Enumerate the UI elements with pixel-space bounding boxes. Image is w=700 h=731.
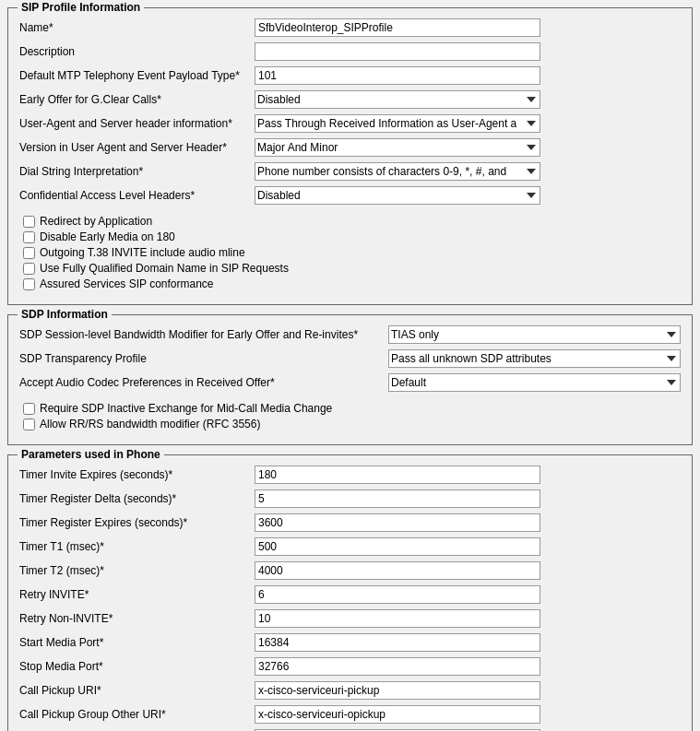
start-media-label: Start Media Port*	[19, 636, 255, 649]
sdp-section: SDP Information SDP Session-level Bandwi…	[7, 314, 693, 445]
rr-rs-label: Allow RR/RS bandwidth modifier (RFC 3556…	[40, 418, 260, 430]
sip-dial-string-row: Dial String Interpretation* Phone number…	[19, 161, 681, 182]
timer-register-expires-row: Timer Register Expires (seconds)*	[19, 513, 681, 533]
timer-invite-row: Timer Invite Expires (seconds)*	[19, 465, 681, 485]
call-pickup-uri-label: Call Pickup URI*	[19, 684, 255, 697]
retry-noninvite-field[interactable]	[255, 609, 540, 628]
sip-user-agent-row: User-Agent and Server header information…	[19, 113, 681, 134]
sip-confidential-label: Confidential Access Level Headers*	[19, 189, 255, 202]
sip-section-title: SIP Profile Information	[18, 1, 144, 14]
sdp-transparency-select[interactable]: Pass all unknown SDP attributes	[388, 349, 681, 368]
sip-description-label: Description	[19, 45, 255, 58]
timer-t1-row: Timer T1 (msec)*	[19, 536, 681, 557]
retry-invite-label: Retry INVITE*	[19, 588, 255, 601]
timer-invite-field[interactable]	[255, 466, 540, 484]
phone-section-title: Parameters used in Phone	[18, 448, 164, 461]
start-media-row: Start Media Port*	[19, 632, 681, 653]
start-media-field[interactable]	[255, 633, 540, 652]
sip-mtp-row: Default MTP Telephony Event Payload Type…	[19, 65, 681, 86]
rr-rs-row: Allow RR/RS bandwidth modifier (RFC 3556…	[19, 418, 681, 430]
rr-rs-checkbox[interactable]	[23, 419, 35, 430]
timer-t1-field[interactable]	[255, 537, 540, 556]
sip-version-label: Version in User Agent and Server Header*	[19, 141, 255, 154]
stop-media-field[interactable]	[255, 657, 540, 676]
early-offer-select[interactable]: Disabled Enabled	[255, 90, 540, 109]
timer-t1-label: Timer T1 (msec)*	[19, 540, 255, 553]
call-pickup-group-other-label: Call Pickup Group Other URI*	[19, 708, 255, 721]
timer-register-expires-field[interactable]	[255, 513, 540, 532]
sip-mtp-label: Default MTP Telephony Event Payload Type…	[19, 69, 255, 82]
early-media-row: Disable Early Media on 180	[19, 230, 681, 243]
retry-invite-row: Retry INVITE*	[19, 584, 681, 605]
sip-confidential-row: Confidential Access Level Headers* Disab…	[19, 185, 681, 206]
sip-name-row: Name*	[19, 18, 681, 38]
timer-register-delta-label: Timer Register Delta (seconds)*	[19, 492, 255, 505]
assured-row: Assured Services SIP conformance	[19, 277, 681, 290]
timer-register-delta-row: Timer Register Delta (seconds)*	[19, 489, 681, 509]
sip-early-offer-row: Early Offer for G.Clear Calls* Disabled …	[19, 89, 681, 110]
sip-version-row: Version in User Agent and Server Header*…	[19, 137, 681, 158]
t38-checkbox[interactable]	[23, 247, 35, 259]
sip-user-agent-label: User-Agent and Server header information…	[19, 117, 255, 130]
early-media-checkbox[interactable]	[23, 231, 35, 243]
fqdn-checkbox[interactable]	[23, 263, 35, 275]
sip-name-label: Name*	[19, 21, 255, 34]
retry-invite-field[interactable]	[255, 585, 540, 604]
timer-t2-field[interactable]	[255, 561, 540, 580]
sdp-audio-label: Accept Audio Codec Preferences in Receiv…	[19, 376, 388, 389]
page-container: SIP Profile Information Name* Descriptio…	[0, 0, 700, 731]
sip-description-row: Description	[19, 41, 681, 62]
sdp-bandwidth-select[interactable]: TIAS only None	[388, 325, 681, 344]
version-select[interactable]: Major And Minor Major Only None	[255, 138, 540, 157]
redirect-row: Redirect by Application	[19, 215, 681, 228]
redirect-checkbox[interactable]	[23, 216, 35, 228]
timer-register-expires-label: Timer Register Expires (seconds)*	[19, 516, 255, 529]
user-agent-select[interactable]: Pass Through Received Information as Use…	[255, 114, 540, 133]
retry-noninvite-label: Retry Non-INVITE*	[19, 612, 255, 625]
t38-row: Outgoing T.38 INVITE include audio mline	[19, 246, 681, 259]
sdp-bandwidth-label: SDP Session-level Bandwidth Modifier for…	[19, 328, 388, 341]
fqdn-row: Use Fully Qualified Domain Name in SIP R…	[19, 262, 681, 275]
sdp-transparency-label: SDP Transparency Profile	[19, 352, 388, 365]
sdp-inactive-label: Require SDP Inactive Exchange for Mid-Ca…	[40, 402, 332, 415]
timer-invite-label: Timer Invite Expires (seconds)*	[19, 468, 255, 481]
sip-section: SIP Profile Information Name* Descriptio…	[7, 7, 693, 305]
early-media-label: Disable Early Media on 180	[40, 230, 175, 243]
sdp-inactive-row: Require SDP Inactive Exchange for Mid-Ca…	[19, 402, 681, 415]
timer-register-delta-field[interactable]	[255, 489, 540, 508]
redirect-label: Redirect by Application	[40, 215, 152, 228]
description-field[interactable]	[255, 42, 540, 61]
t38-label: Outgoing T.38 INVITE include audio mline	[40, 246, 245, 259]
name-field[interactable]	[255, 18, 540, 37]
timer-t2-label: Timer T2 (msec)*	[19, 564, 255, 577]
call-pickup-group-other-row: Call Pickup Group Other URI*	[19, 704, 681, 725]
assured-label: Assured Services SIP conformance	[40, 277, 214, 290]
phone-section: Parameters used in Phone Timer Invite Ex…	[7, 454, 693, 731]
call-pickup-group-other-field[interactable]	[255, 705, 540, 724]
timer-t2-row: Timer T2 (msec)*	[19, 560, 681, 581]
mtp-field[interactable]	[255, 66, 540, 85]
sip-dial-string-label: Dial String Interpretation*	[19, 165, 255, 178]
stop-media-row: Stop Media Port*	[19, 656, 681, 677]
sdp-transparency-row: SDP Transparency Profile Pass all unknow…	[19, 348, 681, 369]
call-pickup-uri-row: Call Pickup URI*	[19, 680, 681, 701]
sip-early-offer-label: Early Offer for G.Clear Calls*	[19, 93, 255, 106]
stop-media-label: Stop Media Port*	[19, 660, 255, 673]
sdp-bandwidth-row: SDP Session-level Bandwidth Modifier for…	[19, 324, 681, 345]
sdp-inactive-checkbox[interactable]	[23, 403, 35, 415]
confidential-select[interactable]: Disabled Enabled	[255, 186, 540, 205]
fqdn-label: Use Fully Qualified Domain Name in SIP R…	[40, 262, 289, 275]
call-pickup-uri-field[interactable]	[255, 681, 540, 700]
sdp-audio-select[interactable]: Default	[388, 373, 681, 392]
sdp-audio-row: Accept Audio Codec Preferences in Receiv…	[19, 372, 681, 393]
sdp-section-title: SDP Information	[18, 308, 112, 321]
retry-noninvite-row: Retry Non-INVITE*	[19, 608, 681, 629]
dial-string-select[interactable]: Phone number consists of characters 0-9,…	[255, 162, 540, 181]
assured-checkbox[interactable]	[23, 278, 35, 290]
